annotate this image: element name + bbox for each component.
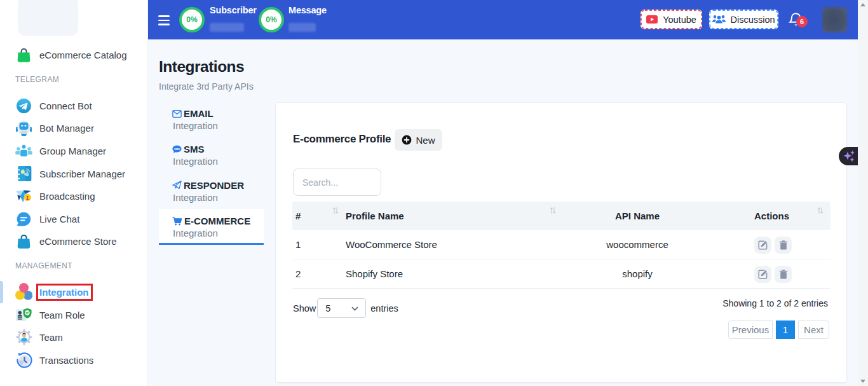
- svg-text:1: 1: [26, 195, 29, 200]
- svg-text:SMS: SMS: [174, 148, 180, 151]
